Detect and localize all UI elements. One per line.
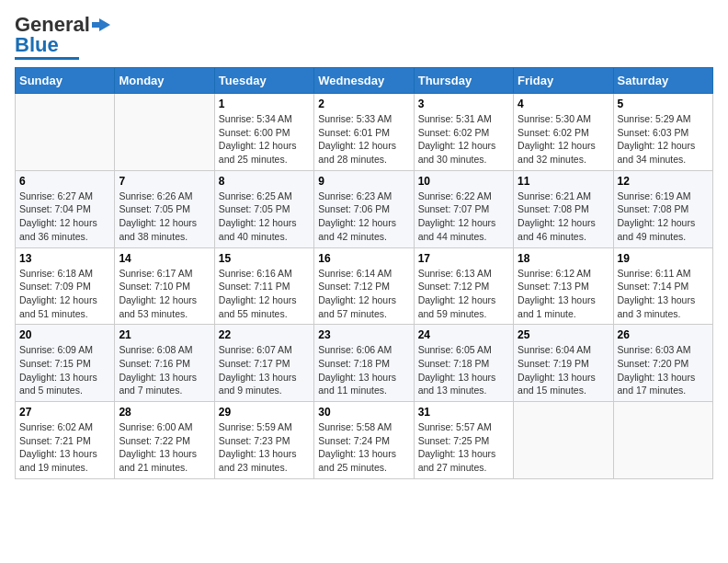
day-number: 17 [418, 252, 509, 265]
day-number: 20 [19, 328, 110, 341]
calendar-cell: 14Sunrise: 6:17 AM Sunset: 7:10 PM Dayli… [115, 247, 214, 325]
day-info: Sunrise: 6:14 AM Sunset: 7:12 PM Dayligh… [318, 267, 409, 321]
calendar-cell: 26Sunrise: 6:03 AM Sunset: 7:20 PM Dayli… [613, 325, 712, 402]
day-info: Sunrise: 5:30 AM Sunset: 6:02 PM Dayligh… [518, 112, 609, 167]
day-info: Sunrise: 6:08 AM Sunset: 7:16 PM Dayligh… [119, 343, 210, 397]
day-info: Sunrise: 6:21 AM Sunset: 7:08 PM Dayligh… [518, 190, 609, 244]
day-info: Sunrise: 5:57 AM Sunset: 7:25 PM Dayligh… [418, 420, 509, 475]
day-number: 8 [219, 175, 310, 188]
logo-underline [15, 57, 79, 60]
calendar-cell: 12Sunrise: 6:19 AM Sunset: 7:08 PM Dayli… [613, 170, 712, 247]
calendar-header-row: SundayMondayTuesdayWednesdayThursdayFrid… [16, 68, 713, 94]
day-number: 15 [219, 252, 310, 265]
day-info: Sunrise: 6:12 AM Sunset: 7:13 PM Dayligh… [518, 267, 609, 321]
day-info: Sunrise: 6:23 AM Sunset: 7:06 PM Dayligh… [318, 190, 409, 244]
day-number: 11 [518, 175, 609, 188]
calendar-cell: 16Sunrise: 6:14 AM Sunset: 7:12 PM Dayli… [314, 247, 414, 325]
calendar-cell: 10Sunrise: 6:22 AM Sunset: 7:07 PM Dayli… [414, 170, 513, 247]
day-number: 3 [418, 98, 509, 110]
day-info: Sunrise: 5:58 AM Sunset: 7:24 PM Dayligh… [318, 420, 409, 475]
calendar-cell [514, 402, 613, 479]
day-info: Sunrise: 6:09 AM Sunset: 7:15 PM Dayligh… [19, 343, 110, 397]
calendar-cell: 6Sunrise: 6:27 AM Sunset: 7:04 PM Daylig… [16, 170, 115, 247]
calendar-week-3: 13Sunrise: 6:18 AM Sunset: 7:09 PM Dayli… [16, 247, 713, 325]
calendar-cell: 7Sunrise: 6:26 AM Sunset: 7:05 PM Daylig… [115, 170, 214, 247]
day-number: 13 [19, 252, 110, 265]
day-number: 31 [418, 406, 509, 419]
weekday-header-saturday: Saturday [613, 68, 712, 94]
day-number: 16 [318, 252, 409, 265]
day-number: 23 [318, 328, 409, 341]
day-number: 6 [19, 175, 110, 188]
calendar-cell: 31Sunrise: 5:57 AM Sunset: 7:25 PM Dayli… [414, 402, 513, 479]
day-info: Sunrise: 6:22 AM Sunset: 7:07 PM Dayligh… [418, 190, 509, 244]
calendar-cell: 3Sunrise: 5:31 AM Sunset: 6:02 PM Daylig… [414, 94, 513, 171]
calendar-cell: 19Sunrise: 6:11 AM Sunset: 7:14 PM Dayli… [613, 247, 712, 325]
calendar-cell: 15Sunrise: 6:16 AM Sunset: 7:11 PM Dayli… [214, 247, 313, 325]
calendar-cell: 5Sunrise: 5:29 AM Sunset: 6:03 PM Daylig… [613, 94, 712, 171]
day-info: Sunrise: 6:18 AM Sunset: 7:09 PM Dayligh… [19, 267, 110, 321]
day-info: Sunrise: 6:16 AM Sunset: 7:11 PM Dayligh… [219, 267, 310, 321]
logo-general: General [15, 15, 90, 35]
day-info: Sunrise: 6:25 AM Sunset: 7:05 PM Dayligh… [219, 190, 310, 244]
calendar-cell: 30Sunrise: 5:58 AM Sunset: 7:24 PM Dayli… [314, 402, 414, 479]
day-info: Sunrise: 6:17 AM Sunset: 7:10 PM Dayligh… [119, 267, 210, 321]
day-info: Sunrise: 6:05 AM Sunset: 7:18 PM Dayligh… [418, 343, 509, 397]
svg-marker-0 [92, 18, 110, 31]
day-info: Sunrise: 6:13 AM Sunset: 7:12 PM Dayligh… [418, 267, 509, 321]
day-info: Sunrise: 6:00 AM Sunset: 7:22 PM Dayligh… [119, 420, 210, 475]
calendar-cell: 18Sunrise: 6:12 AM Sunset: 7:13 PM Dayli… [514, 247, 613, 325]
calendar-week-5: 27Sunrise: 6:02 AM Sunset: 7:21 PM Dayli… [16, 402, 713, 479]
day-number: 12 [618, 175, 709, 188]
day-info: Sunrise: 5:34 AM Sunset: 6:00 PM Dayligh… [219, 112, 310, 167]
calendar-cell: 8Sunrise: 6:25 AM Sunset: 7:05 PM Daylig… [214, 170, 313, 247]
day-info: Sunrise: 6:03 AM Sunset: 7:20 PM Dayligh… [618, 343, 709, 397]
calendar-week-2: 6Sunrise: 6:27 AM Sunset: 7:04 PM Daylig… [16, 170, 713, 247]
day-number: 14 [119, 252, 210, 265]
calendar-cell: 21Sunrise: 6:08 AM Sunset: 7:16 PM Dayli… [115, 325, 214, 402]
day-info: Sunrise: 5:59 AM Sunset: 7:23 PM Dayligh… [219, 420, 310, 475]
weekday-header-wednesday: Wednesday [314, 68, 414, 94]
calendar-cell: 22Sunrise: 6:07 AM Sunset: 7:17 PM Dayli… [214, 325, 313, 402]
calendar-cell: 23Sunrise: 6:06 AM Sunset: 7:18 PM Dayli… [314, 325, 414, 402]
weekday-header-sunday: Sunday [16, 68, 115, 94]
day-info: Sunrise: 6:19 AM Sunset: 7:08 PM Dayligh… [618, 190, 709, 244]
day-number: 18 [518, 252, 609, 265]
calendar-cell: 9Sunrise: 6:23 AM Sunset: 7:06 PM Daylig… [314, 170, 414, 247]
day-number: 24 [418, 328, 509, 341]
day-info: Sunrise: 6:27 AM Sunset: 7:04 PM Dayligh… [19, 190, 110, 244]
day-number: 4 [518, 98, 609, 110]
page-header: General Blue [15, 15, 713, 60]
day-number: 21 [119, 328, 210, 341]
calendar-cell: 25Sunrise: 6:04 AM Sunset: 7:19 PM Dayli… [514, 325, 613, 402]
day-info: Sunrise: 5:31 AM Sunset: 6:02 PM Dayligh… [418, 112, 509, 167]
day-number: 5 [618, 98, 709, 110]
calendar-cell [115, 94, 214, 171]
day-number: 25 [518, 328, 609, 341]
calendar-cell: 27Sunrise: 6:02 AM Sunset: 7:21 PM Dayli… [16, 402, 115, 479]
calendar-cell: 20Sunrise: 6:09 AM Sunset: 7:15 PM Dayli… [16, 325, 115, 402]
calendar-cell: 4Sunrise: 5:30 AM Sunset: 6:02 PM Daylig… [514, 94, 613, 171]
calendar-cell [613, 402, 712, 479]
calendar-cell: 28Sunrise: 6:00 AM Sunset: 7:22 PM Dayli… [115, 402, 214, 479]
day-number: 19 [618, 252, 709, 265]
day-info: Sunrise: 5:29 AM Sunset: 6:03 PM Dayligh… [618, 112, 709, 167]
logo-blue: Blue [15, 35, 59, 55]
weekday-header-friday: Friday [514, 68, 613, 94]
day-number: 26 [618, 328, 709, 341]
day-number: 9 [318, 175, 409, 188]
day-number: 30 [318, 406, 409, 419]
day-number: 27 [19, 406, 110, 419]
day-info: Sunrise: 5:33 AM Sunset: 6:01 PM Dayligh… [318, 112, 409, 167]
day-info: Sunrise: 6:07 AM Sunset: 7:17 PM Dayligh… [219, 343, 310, 397]
day-info: Sunrise: 6:06 AM Sunset: 7:18 PM Dayligh… [318, 343, 409, 397]
calendar-cell: 2Sunrise: 5:33 AM Sunset: 6:01 PM Daylig… [314, 94, 414, 171]
day-number: 7 [119, 175, 210, 188]
calendar-week-1: 1Sunrise: 5:34 AM Sunset: 6:00 PM Daylig… [16, 94, 713, 171]
calendar-week-4: 20Sunrise: 6:09 AM Sunset: 7:15 PM Dayli… [16, 325, 713, 402]
day-number: 2 [318, 98, 409, 110]
calendar-cell: 29Sunrise: 5:59 AM Sunset: 7:23 PM Dayli… [214, 402, 313, 479]
weekday-header-thursday: Thursday [414, 68, 513, 94]
day-number: 28 [119, 406, 210, 419]
logo-icon [92, 18, 110, 31]
